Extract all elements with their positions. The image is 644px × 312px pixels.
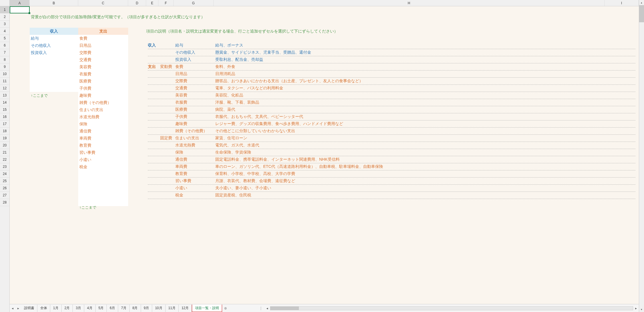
sheet-tab[interactable]: 11月 bbox=[166, 305, 179, 312]
expense-item-cell[interactable] bbox=[78, 185, 128, 192]
description-row[interactable]: 日用品日用消耗品 bbox=[148, 71, 635, 78]
row-header-28[interactable]: 28 bbox=[0, 199, 9, 206]
income-item-cell[interactable] bbox=[30, 156, 78, 163]
description-row[interactable]: 税金固定資産税、住民税 bbox=[148, 192, 635, 199]
expense-item-cell[interactable]: 通信費 bbox=[78, 128, 128, 135]
expense-item-cell[interactable]: 医療費 bbox=[78, 78, 128, 85]
income-item-cell[interactable] bbox=[30, 106, 78, 113]
row-header-1[interactable]: 1 bbox=[0, 6, 9, 13]
sheet-tab[interactable]: 8月 bbox=[130, 305, 141, 312]
expense-item-cell[interactable]: 習い事費 bbox=[78, 149, 128, 156]
row-header-26[interactable]: 26 bbox=[0, 185, 9, 192]
row-header-24[interactable]: 24 bbox=[0, 170, 9, 178]
expense-item-cell[interactable]: 保険 bbox=[78, 120, 128, 128]
row-header-25[interactable]: 25 bbox=[0, 178, 9, 185]
col-header-H[interactable]: H bbox=[214, 0, 605, 6]
description-row[interactable]: 交通費電車、タクシー、バスなどの利用料金 bbox=[148, 85, 635, 92]
row-header-12[interactable]: 12 bbox=[0, 85, 9, 92]
sheet-tab[interactable]: 6月 bbox=[107, 305, 118, 312]
description-row[interactable]: 教育費保育料、小学校、中学校、高校、大学の学費 bbox=[148, 170, 635, 178]
col-header-G[interactable]: G bbox=[174, 0, 214, 6]
income-item-cell[interactable] bbox=[30, 63, 78, 71]
row-header-5[interactable]: 5 bbox=[0, 35, 9, 42]
sheet-tab[interactable]: 1月 bbox=[50, 305, 62, 312]
income-item-cell[interactable] bbox=[30, 170, 78, 178]
expense-item-cell[interactable]: 水道光熱費 bbox=[78, 113, 128, 120]
expense-item-cell[interactable]: 住まいの支出 bbox=[78, 106, 128, 113]
description-row[interactable]: 雑費（その他費）その他どこに分類していいかわからない支出 bbox=[148, 128, 635, 135]
income-item-cell[interactable] bbox=[30, 128, 78, 135]
income-item-cell[interactable] bbox=[30, 99, 78, 106]
expense-item-cell[interactable]: 衣服費 bbox=[78, 71, 128, 78]
expense-item-cell[interactable]: 雑費（その他費） bbox=[78, 99, 128, 106]
hscroll-left[interactable]: ◂ bbox=[264, 306, 270, 310]
expense-item-cell[interactable]: 教育費 bbox=[78, 142, 128, 149]
horizontal-scrollbar[interactable] bbox=[270, 306, 633, 310]
expense-item-cell[interactable]: 趣味費 bbox=[78, 92, 128, 99]
add-sheet-button[interactable]: ⊕ bbox=[222, 306, 229, 310]
sheet-tab[interactable]: 項目一覧・説明 bbox=[192, 305, 222, 312]
col-header-A[interactable]: A bbox=[10, 0, 30, 6]
income-item-cell[interactable] bbox=[30, 120, 78, 128]
expense-item-cell[interactable] bbox=[78, 178, 128, 185]
expense-item-cell[interactable] bbox=[78, 192, 128, 199]
vertical-scrollbar[interactable]: ▴ ▾ bbox=[639, 0, 644, 312]
sheet-tab[interactable]: 10月 bbox=[152, 305, 165, 312]
income-item-cell[interactable] bbox=[30, 113, 78, 120]
income-item-cell[interactable] bbox=[30, 142, 78, 149]
row-header-20[interactable]: 20 bbox=[0, 142, 9, 149]
row-header-18[interactable]: 18 bbox=[0, 128, 9, 135]
expense-item-cell[interactable]: 交通費 bbox=[78, 56, 128, 63]
col-header-F[interactable]: F bbox=[158, 0, 174, 6]
sheet-tab[interactable]: 9月 bbox=[141, 305, 152, 312]
select-all-corner[interactable] bbox=[0, 0, 9, 6]
row-header-9[interactable]: 9 bbox=[0, 63, 9, 71]
description-row[interactable]: 支出変動費食費食料、外食 bbox=[148, 63, 635, 71]
hscroll-right[interactable]: ▸ bbox=[633, 306, 639, 310]
income-item-cell[interactable] bbox=[30, 78, 78, 85]
sheet-tab[interactable]: 3月 bbox=[73, 305, 84, 312]
sheet-tab[interactable]: 説明書 bbox=[21, 305, 37, 312]
expense-item-cell[interactable]: 美容費 bbox=[78, 63, 128, 71]
description-row[interactable]: 固定費住まいの支出家賃、住宅ローン bbox=[148, 135, 635, 142]
spreadsheet-grid[interactable]: 背景が白の部分で項目の追加/削除/変更が可能です。（項目が多すぎると仕訳が大変に… bbox=[10, 6, 639, 304]
row-header-7[interactable]: 7 bbox=[0, 49, 9, 56]
income-item-cell[interactable] bbox=[30, 185, 78, 192]
row-header-2[interactable]: 2 bbox=[0, 13, 9, 21]
row-header-8[interactable]: 8 bbox=[0, 56, 9, 63]
description-row[interactable]: その他収入懸賞金、サイドビジネス、児童手当、受贈品、還付金 bbox=[148, 49, 635, 56]
description-row[interactable]: 医療費病院、薬代 bbox=[148, 106, 635, 113]
tab-nav-prev[interactable]: ▸ bbox=[15, 306, 21, 310]
income-item-cell[interactable] bbox=[30, 199, 78, 206]
description-row[interactable]: 衣服費洋服、靴、下着、装飾品 bbox=[148, 99, 635, 106]
row-header-22[interactable]: 22 bbox=[0, 156, 9, 163]
income-item-cell[interactable]: ↑ここまで bbox=[30, 92, 78, 99]
row-header-10[interactable]: 10 bbox=[0, 71, 9, 78]
sheet-tab[interactable]: 2月 bbox=[62, 305, 73, 312]
description-row[interactable]: 趣味費レジャー費、グッズの収集費用、食べ歩き費用、ハンドメイド費用など bbox=[148, 120, 635, 128]
income-item-cell[interactable] bbox=[30, 192, 78, 199]
fill-handle[interactable] bbox=[29, 12, 30, 14]
row-header-27[interactable]: 27 bbox=[0, 192, 9, 199]
income-item-cell[interactable] bbox=[30, 163, 78, 170]
expense-item-cell[interactable]: 小遣い bbox=[78, 156, 128, 163]
description-row[interactable]: 子供費衣服代、おもちゃ代、文具代、ベビーシッター代 bbox=[148, 113, 635, 120]
description-row[interactable]: 通信費固定電話料金、携帯電話料金、インターネット関連費用、NHK受信料 bbox=[148, 156, 635, 163]
row-header-13[interactable]: 13 bbox=[0, 92, 9, 99]
vscroll-thumb[interactable] bbox=[639, 5, 644, 22]
income-item-cell[interactable]: 給与 bbox=[30, 35, 78, 42]
row-header-15[interactable]: 15 bbox=[0, 106, 9, 113]
tab-nav-first[interactable]: ◂ bbox=[10, 306, 15, 310]
income-item-cell[interactable] bbox=[30, 178, 78, 185]
sheet-tab[interactable]: 5月 bbox=[96, 305, 107, 312]
description-row[interactable]: 保険生命保険、学資保険 bbox=[148, 149, 635, 156]
income-item-cell[interactable] bbox=[30, 85, 78, 92]
active-cell[interactable] bbox=[10, 6, 30, 13]
description-row[interactable]: 投資収入受取利息、配当金、売却益 bbox=[148, 56, 635, 63]
description-row[interactable]: 美容費美容院、化粧品 bbox=[148, 92, 635, 99]
expense-item-cell[interactable]: 交際費 bbox=[78, 49, 128, 56]
col-header-D[interactable]: D bbox=[128, 0, 146, 6]
row-header-3[interactable]: 3 bbox=[0, 21, 9, 28]
row-header-6[interactable]: 6 bbox=[0, 42, 9, 49]
sheet-tab[interactable]: 7月 bbox=[118, 305, 130, 312]
